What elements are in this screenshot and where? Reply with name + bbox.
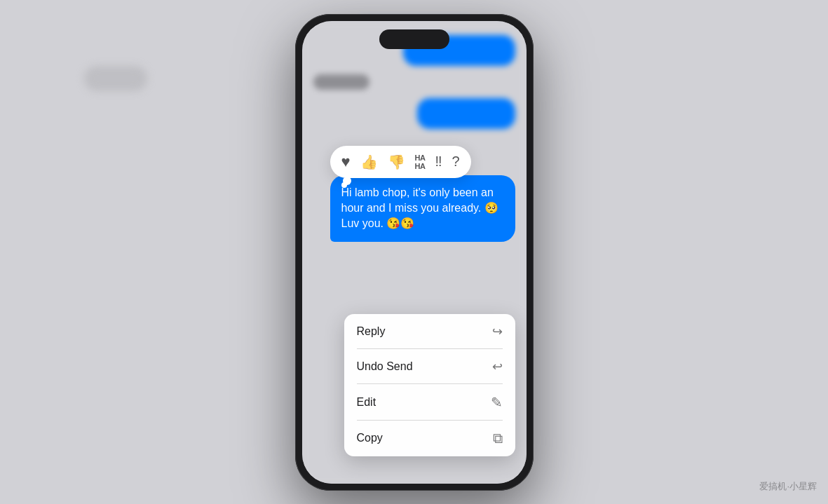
reaction-bar: ♥ 👍 👎 HAHA ‼ ? [330, 146, 471, 178]
message-text: Hi lamb chop, it's only been an hour and… [341, 186, 498, 230]
context-menu-undo-send[interactable]: Undo Send ↩ [344, 349, 515, 384]
watermark: 爱搞机·小星辉 [759, 480, 817, 493]
phone-frame: ♥ 👍 👎 HAHA ‼ ? Hi lamb chop, it's only b… [295, 14, 534, 491]
bg-bubble-2 [84, 66, 147, 91]
reaction-thumbs-down[interactable]: 👎 [388, 154, 405, 170]
context-menu-edit[interactable]: Edit ✎ [344, 384, 515, 421]
copy-label: Copy [357, 432, 383, 444]
reply-label: Reply [357, 325, 386, 338]
edit-icon: ✎ [491, 394, 503, 411]
dynamic-island [379, 29, 449, 49]
context-menu-reply[interactable]: Reply ↩ [344, 314, 515, 349]
undo-send-icon: ↩ [492, 359, 503, 374]
reply-icon: ↩ [492, 324, 503, 339]
reaction-thumbs-up[interactable]: 👍 [360, 154, 378, 170]
reaction-question[interactable]: ? [452, 154, 459, 170]
reaction-heart[interactable]: ♥ [341, 153, 351, 171]
undo-send-label: Undo Send [357, 360, 413, 373]
copy-icon: ⧉ [493, 430, 503, 447]
message-bubble: Hi lamb chop, it's only been an hour and… [330, 175, 515, 242]
phone-bg-sender [313, 74, 369, 90]
edit-label: Edit [357, 396, 376, 409]
reaction-haha[interactable]: HAHA [415, 154, 426, 170]
reaction-emphasis[interactable]: ‼ [435, 154, 442, 170]
phone-screen: ♥ 👍 👎 HAHA ‼ ? Hi lamb chop, it's only b… [302, 21, 527, 484]
context-menu: Reply ↩ Undo Send ↩ Edit ✎ Copy ⧉ [344, 314, 515, 456]
context-menu-copy[interactable]: Copy ⧉ [344, 421, 515, 456]
phone-bg-bubble-2 [417, 98, 515, 129]
